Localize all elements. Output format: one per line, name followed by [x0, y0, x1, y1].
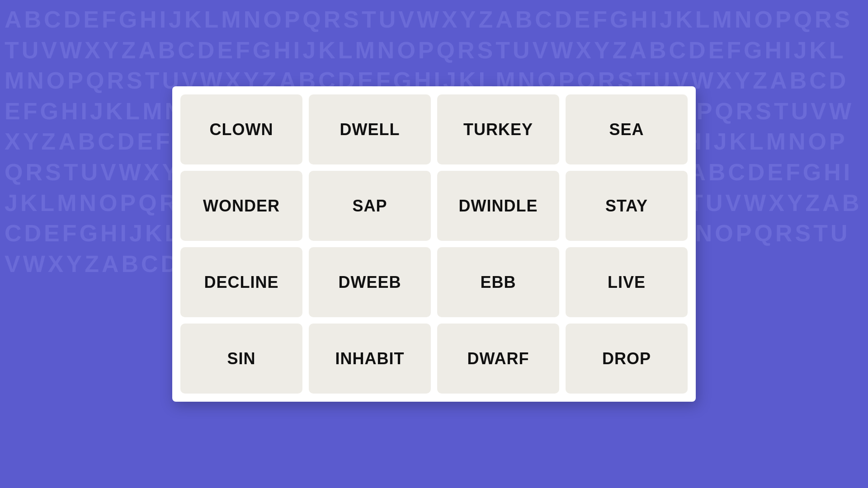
- word-label: WONDER: [203, 197, 280, 216]
- word-label: DWARF: [467, 349, 529, 368]
- word-card-dwell[interactable]: DWELL: [309, 94, 431, 164]
- word-card-clown[interactable]: CLOWN: [180, 94, 302, 164]
- word-label: DWEEB: [339, 273, 401, 292]
- word-label: STAY: [605, 197, 648, 216]
- word-label: DROP: [602, 349, 651, 368]
- word-label: SEA: [609, 120, 644, 139]
- word-card-live[interactable]: LIVE: [566, 247, 688, 317]
- word-card-inhabit[interactable]: INHABIT: [309, 324, 431, 394]
- word-label: LIVE: [608, 273, 646, 292]
- word-label: DWINDLE: [459, 197, 538, 216]
- word-label: INHABIT: [335, 349, 405, 368]
- word-card-ebb[interactable]: EBB: [437, 247, 559, 317]
- word-card-dwindle[interactable]: DWINDLE: [437, 171, 559, 241]
- word-card-wonder[interactable]: WONDER: [180, 171, 302, 241]
- word-card-turkey[interactable]: TURKEY: [437, 94, 559, 164]
- word-label: SIN: [227, 349, 255, 368]
- word-grid: CLOWNDWELLTURKEYSEAWONDERSAPDWINDLESTAYD…: [172, 86, 696, 402]
- word-card-sin[interactable]: SIN: [180, 324, 302, 394]
- word-label: EBB: [480, 273, 516, 292]
- word-label: DWELL: [340, 120, 400, 139]
- word-card-stay[interactable]: STAY: [566, 171, 688, 241]
- word-card-decline[interactable]: DECLINE: [180, 247, 302, 317]
- word-label: CLOWN: [210, 120, 274, 139]
- word-label: SAP: [352, 197, 387, 216]
- word-card-sea[interactable]: SEA: [566, 94, 688, 164]
- word-card-dweeb[interactable]: DWEEB: [309, 247, 431, 317]
- word-card-sap[interactable]: SAP: [309, 171, 431, 241]
- word-label: DECLINE: [204, 273, 278, 292]
- word-label: TURKEY: [463, 120, 533, 139]
- word-card-dwarf[interactable]: DWARF: [437, 324, 559, 394]
- word-card-drop[interactable]: DROP: [566, 324, 688, 394]
